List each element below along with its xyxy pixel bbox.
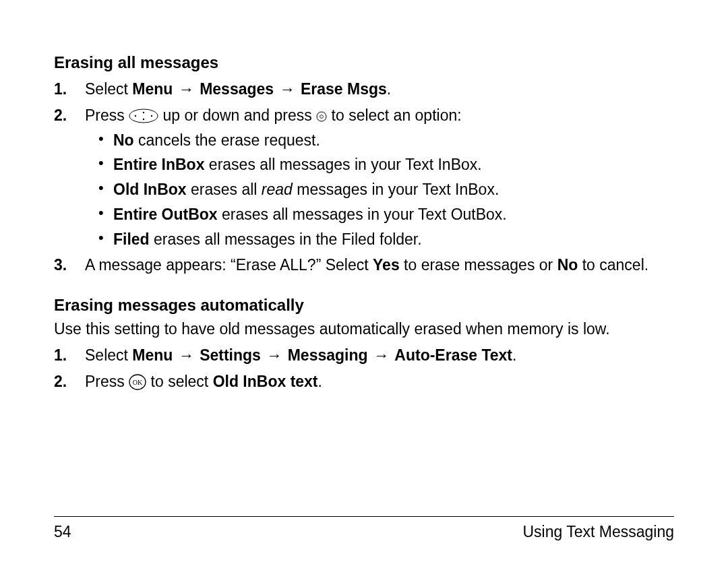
- a1-settings: Settings: [200, 346, 261, 364]
- opt-inbox-bold: Entire InBox: [113, 156, 204, 173]
- a1-messaging: Messaging: [288, 346, 368, 364]
- opt-no-text: cancels the erase request.: [134, 131, 320, 149]
- opt-filed-bold: Filed: [113, 230, 150, 248]
- opt-oldinbox-t1: erases all: [187, 181, 262, 198]
- dpad-icon: [129, 108, 158, 123]
- step3-b: to erase messages or: [400, 256, 557, 274]
- step1-erase-msgs: Erase Msgs: [301, 80, 387, 98]
- ok-button-icon: OK: [129, 373, 146, 391]
- a2-bold: Old InBox text: [213, 373, 318, 390]
- opt-oldinbox-em: read: [262, 181, 293, 198]
- opt-filed-text: erases all messages in the Filed folder.: [150, 230, 422, 248]
- a2-mid: to select: [151, 373, 213, 390]
- arrow-icon: →: [177, 346, 195, 365]
- opt-no-bold: No: [113, 131, 134, 149]
- svg-point-6: [320, 115, 324, 118]
- opt-entire-outbox: Entire OutBox erases all messages in you…: [98, 205, 674, 224]
- step2-tail: to select an option:: [332, 106, 462, 124]
- step1-messages: Messages: [200, 80, 274, 98]
- options-list: No cancels the erase request. Entire InB…: [98, 131, 674, 249]
- a1-end: .: [512, 346, 516, 364]
- svg-point-2: [143, 119, 144, 120]
- opt-oldinbox-t2: messages in your Text InBox.: [293, 181, 499, 198]
- arrow-icon: →: [372, 346, 390, 365]
- opt-inbox-text: erases all messages in your Text InBox.: [204, 156, 481, 173]
- step1-menu: Menu: [132, 80, 173, 98]
- step3-no: No: [557, 256, 578, 274]
- svg-text:OK: OK: [133, 379, 143, 386]
- a1-auto-erase: Auto-Erase Text: [394, 346, 512, 364]
- ok-small-icon: [316, 107, 327, 118]
- steps-erasing-all: Select Menu → Messages → Erase Msgs. Pre…: [54, 80, 674, 275]
- step3-c: to cancel.: [578, 256, 648, 274]
- page-number: 54: [54, 522, 71, 542]
- footer-rule: [54, 516, 674, 517]
- svg-point-3: [135, 115, 136, 117]
- page-footer: 54 Using Text Messaging: [54, 516, 674, 542]
- heading-auto-erase: Erasing messages automatically: [54, 295, 674, 315]
- a1-menu: Menu: [132, 346, 173, 364]
- manual-page: Erasing all messages Select Menu → Messa…: [0, 0, 728, 562]
- opt-no: No cancels the erase request.: [98, 131, 674, 150]
- svg-point-4: [151, 115, 152, 117]
- step-1: Select Menu → Messages → Erase Msgs.: [54, 80, 674, 99]
- step2-lead: Press: [85, 106, 129, 124]
- a1-lead: Select: [85, 346, 132, 364]
- chapter-title: Using Text Messaging: [522, 522, 674, 542]
- heading-erasing-all: Erasing all messages: [54, 53, 674, 73]
- opt-old-inbox: Old InBox erases all read messages in yo…: [98, 180, 674, 199]
- step-3: A message appears: “Erase ALL?” Select Y…: [54, 255, 674, 275]
- step1-lead: Select: [85, 80, 132, 98]
- opt-entire-inbox: Entire InBox erases all messages in your…: [98, 155, 674, 175]
- opt-outbox-text: erases all messages in your Text OutBox.: [218, 206, 507, 223]
- auto-step-2: Press OK to select Old InBox text.: [54, 372, 674, 392]
- svg-point-0: [129, 109, 158, 123]
- step1-end: .: [387, 80, 391, 98]
- arrow-icon: →: [265, 346, 283, 365]
- a2-end: .: [318, 373, 322, 390]
- step2-mid: up or down and press: [163, 106, 317, 124]
- step3-a: A message appears: “Erase ALL?” Select: [85, 256, 373, 274]
- svg-point-5: [317, 112, 326, 121]
- opt-oldinbox-bold: Old InBox: [113, 181, 187, 198]
- svg-point-1: [143, 112, 144, 113]
- step3-yes: Yes: [373, 256, 400, 274]
- arrow-icon: →: [177, 80, 195, 99]
- auto-erase-intro: Use this setting to have old messages au…: [54, 319, 674, 339]
- auto-step-1: Select Menu → Settings → Messaging → Aut…: [54, 346, 674, 365]
- opt-outbox-bold: Entire OutBox: [113, 206, 218, 223]
- step-2: Press up or down and press to select an …: [54, 106, 674, 249]
- arrow-icon: →: [278, 80, 297, 99]
- opt-filed: Filed erases all messages in the Filed f…: [98, 230, 674, 249]
- a2-lead: Press: [85, 373, 129, 390]
- steps-auto-erase: Select Menu → Settings → Messaging → Aut…: [54, 346, 674, 392]
